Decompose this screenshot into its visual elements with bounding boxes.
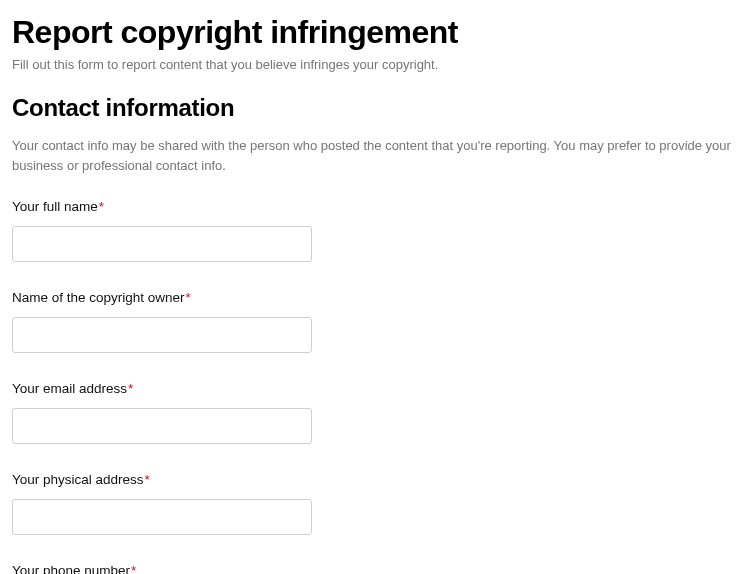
- physical-address-label-text: Your physical address: [12, 472, 144, 487]
- field-phone: Your phone number*: [12, 563, 738, 574]
- required-marker: *: [186, 290, 191, 305]
- field-email: Your email address*: [12, 381, 738, 444]
- field-physical-address: Your physical address*: [12, 472, 738, 535]
- required-marker: *: [128, 381, 133, 396]
- physical-address-label: Your physical address*: [12, 472, 738, 487]
- owner-name-label: Name of the copyright owner*: [12, 290, 738, 305]
- page-subtitle: Fill out this form to report content tha…: [12, 57, 738, 72]
- email-input[interactable]: [12, 408, 312, 444]
- physical-address-input[interactable]: [12, 499, 312, 535]
- owner-name-label-text: Name of the copyright owner: [12, 290, 185, 305]
- field-owner-name: Name of the copyright owner*: [12, 290, 738, 353]
- full-name-input[interactable]: [12, 226, 312, 262]
- required-marker: *: [131, 563, 136, 574]
- email-label: Your email address*: [12, 381, 738, 396]
- full-name-label: Your full name*: [12, 199, 738, 214]
- full-name-label-text: Your full name: [12, 199, 98, 214]
- required-marker: *: [145, 472, 150, 487]
- phone-label: Your phone number*: [12, 563, 738, 574]
- phone-label-text: Your phone number: [12, 563, 130, 574]
- section-description: Your contact info may be shared with the…: [12, 136, 732, 175]
- section-heading: Contact information: [12, 94, 738, 122]
- required-marker: *: [99, 199, 104, 214]
- owner-name-input[interactable]: [12, 317, 312, 353]
- field-full-name: Your full name*: [12, 199, 738, 262]
- page-title: Report copyright infringement: [12, 14, 738, 51]
- email-label-text: Your email address: [12, 381, 127, 396]
